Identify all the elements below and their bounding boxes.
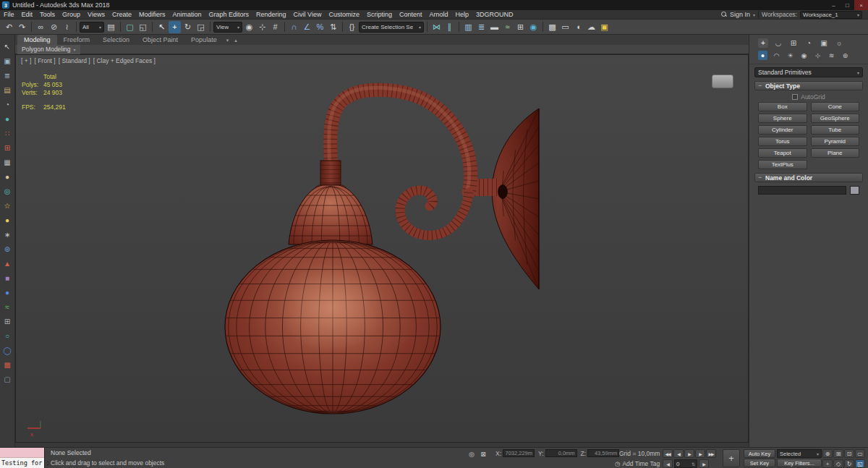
named-selection-sets-dropdown[interactable]: Create Selection Se — [359, 22, 424, 33]
object-name-field[interactable] — [758, 186, 846, 195]
schematic-view-icon[interactable]: ⊞ — [514, 21, 527, 33]
systems-category-icon[interactable]: ⊛ — [841, 51, 850, 60]
menu-tools[interactable]: Tools — [36, 10, 59, 20]
menu-civil-view[interactable]: Civil View — [290, 10, 326, 20]
cameras-category-icon[interactable]: ◉ — [799, 51, 809, 60]
workspace-dropdown[interactable]: Workspace_1 — [800, 11, 862, 19]
monitor-icon[interactable]: ▢ — [2, 374, 13, 385]
percent-snap-toggle-icon[interactable]: % — [314, 21, 326, 33]
omni-light-icon[interactable]: ● — [2, 215, 13, 226]
orbit-icon[interactable]: ↻ — [844, 459, 854, 468]
select-and-uniform-scale-icon[interactable]: ◲ — [195, 21, 207, 33]
array-icon[interactable]: ⊞ — [2, 142, 13, 153]
select-and-link-icon[interactable]: ∞ — [35, 21, 47, 33]
maximize-button[interactable]: □ — [841, 0, 854, 10]
minimize-button[interactable]: – — [827, 0, 841, 10]
plane-primitive-icon[interactable]: ▦ — [2, 157, 13, 168]
maxscript-mini-listener[interactable]: Testing for ; — [0, 448, 45, 468]
viewport-layout-icon[interactable]: ▣ — [2, 56, 13, 67]
viewcube[interactable] — [712, 75, 733, 88]
rectangular-selection-region-icon[interactable]: ▢ — [124, 21, 136, 33]
ribbon-minimize-icon[interactable]: ▴ — [231, 36, 240, 45]
auto-key-button[interactable]: Auto Key — [744, 449, 775, 458]
select-by-name-icon[interactable]: ▤ — [105, 21, 117, 33]
particles-icon[interactable]: ∷ — [2, 128, 13, 139]
zoom-icon[interactable]: ⊕ — [822, 449, 833, 458]
select-cursor-icon[interactable]: ↖ — [2, 41, 13, 52]
lights-category-icon[interactable]: ☀ — [786, 51, 795, 60]
viewport-general-menu[interactable]: [ + ] — [21, 57, 31, 64]
menu-file[interactable]: File — [0, 10, 18, 20]
search-icon[interactable] — [721, 12, 727, 17]
button-cone[interactable]: Cone — [811, 102, 860, 111]
button-tube[interactable]: Tube — [811, 125, 860, 135]
select-and-rotate-icon[interactable]: ↻ — [182, 21, 194, 33]
lamp-model[interactable] — [16, 55, 748, 442]
window-crossing-selection-icon[interactable]: ◱ — [137, 21, 149, 33]
space-warps-category-icon[interactable]: ≋ — [827, 51, 836, 60]
star-shape-icon[interactable]: ☆ — [2, 200, 13, 211]
box-primitive-icon[interactable]: ■ — [2, 273, 13, 284]
toggle-scene-explorer-icon[interactable]: ▥ — [462, 21, 475, 33]
reference-coordinate-system-dropdown[interactable]: View — [213, 22, 242, 33]
torus-primitive-icon[interactable]: ◎ — [2, 186, 13, 197]
zoom-all-icon[interactable]: ⊞ — [833, 449, 843, 458]
menu-modifiers[interactable]: Modifiers — [135, 10, 169, 20]
key-filters-button[interactable]: Key Filters... — [777, 459, 822, 467]
previous-frame-button[interactable]: ◀ — [673, 449, 684, 458]
motion-tab-icon[interactable]: ◔ — [804, 38, 814, 48]
circle-shape-icon[interactable]: ○ — [2, 331, 13, 341]
macro-recorder-line[interactable] — [0, 448, 44, 458]
render-preview-icon[interactable]: ◔ — [2, 99, 13, 110]
ribbon-tab-freeform[interactable]: Freeform — [57, 35, 97, 45]
rendered-frame-window-icon[interactable]: ▭ — [559, 21, 571, 33]
field-of-view-icon[interactable]: ◇ — [833, 459, 843, 468]
menu-content[interactable]: Content — [396, 10, 426, 20]
add-time-tag-button[interactable]: ◷ Add Time Tag — [615, 460, 660, 467]
material-editor-icon[interactable]: ◉ — [527, 21, 540, 33]
ribbon-config-caret-icon[interactable]: ▾ — [224, 36, 232, 45]
ribbon-tab-object-paint[interactable]: Object Paint — [136, 35, 184, 45]
primitives-dropdown[interactable]: Standard Primitives — [754, 67, 863, 77]
menu-create[interactable]: Create — [109, 10, 135, 20]
snaps-toggle-icon[interactable]: ∩ — [288, 21, 300, 33]
menu-group[interactable]: Group — [59, 10, 84, 20]
set-key-button[interactable]: Set Key — [744, 459, 775, 467]
ribbon-tab-populate[interactable]: Populate — [184, 35, 224, 45]
menu-rendering[interactable]: Rendering — [252, 10, 290, 20]
menu-customize[interactable]: Customize — [325, 10, 363, 20]
ribbon-tab-selection[interactable]: Selection — [96, 35, 136, 45]
angle-snap-toggle-icon[interactable]: ∠ — [301, 21, 313, 33]
key-mode-dropdown[interactable]: Selected — [777, 449, 822, 458]
button-sphere[interactable]: Sphere — [758, 114, 807, 123]
patch-grid-icon[interactable]: ▩ — [2, 359, 13, 370]
listener-line[interactable]: Testing for ; — [0, 458, 44, 468]
zoom-region-icon[interactable]: ▭ — [855, 449, 865, 458]
object-color-swatch[interactable] — [850, 186, 859, 195]
cone-primitive-icon[interactable]: ▲ — [2, 258, 13, 269]
button-torus[interactable]: Torus — [758, 137, 807, 146]
current-frame-field[interactable]: 0 ⇅ — [674, 459, 697, 468]
sphere-blue-icon[interactable]: ● — [2, 287, 13, 298]
unlink-selection-icon[interactable]: ⊘ — [48, 21, 60, 33]
curve-editor-icon[interactable]: ≈ — [501, 21, 514, 33]
menu-3dground[interactable]: 3DGROUND — [472, 10, 517, 20]
viewport-standard-menu[interactable]: [ Standard ] — [59, 57, 90, 64]
menu-scripting[interactable]: Scripting — [363, 10, 396, 20]
close-button[interactable]: × — [854, 0, 868, 10]
bind-to-space-warp-icon[interactable]: ≀ — [61, 21, 73, 33]
selection-filter-dropdown[interactable]: All — [80, 22, 104, 33]
select-object-icon[interactable]: ↖ — [156, 21, 168, 33]
helpers-category-icon[interactable]: ⊹ — [813, 51, 822, 60]
geometry-category-icon[interactable]: ● — [758, 51, 767, 60]
spinner-snap-toggle-icon[interactable]: ⇅ — [327, 21, 339, 33]
redo-icon[interactable]: ↷ — [16, 21, 28, 33]
set-keys-button[interactable]: + — [723, 449, 740, 467]
viewport-pov-menu[interactable]: [ Front ] — [34, 57, 55, 64]
modify-tab-icon[interactable]: ◡ — [773, 38, 783, 48]
geosphere-primitive-icon[interactable]: ● — [2, 171, 13, 182]
zoom-extents-icon[interactable]: ⊡ — [844, 449, 854, 458]
render-production-icon[interactable]: ◖ — [572, 21, 584, 33]
mirror-icon[interactable]: ⋈ — [430, 21, 443, 33]
utilities-tab-icon[interactable]: ☼ — [834, 38, 844, 48]
